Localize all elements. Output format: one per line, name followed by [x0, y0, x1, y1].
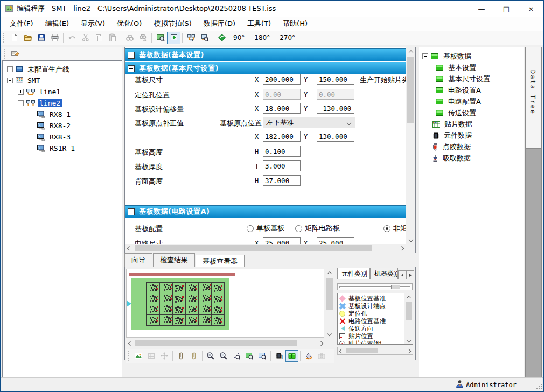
menu-database[interactable]: 数据库(D) [198, 17, 241, 30]
fit-view-button[interactable] [256, 350, 269, 362]
board-pair-view-button[interactable] [285, 350, 298, 362]
tab-board-viewer[interactable]: 基板查看器 [196, 255, 245, 267]
menu-help[interactable]: 帮助(H) [277, 17, 313, 30]
section-header-basic[interactable]: 基板数据(基本设置) [125, 48, 406, 61]
scrollbar-thumb[interactable] [135, 245, 372, 251]
zoom-out-button[interactable] [217, 350, 230, 362]
collapse-toggle[interactable] [7, 78, 13, 83]
back-height-input[interactable] [263, 175, 301, 186]
tree-item-basic-settings[interactable]: 基本设置 [419, 62, 524, 73]
tab-component-category[interactable]: 元件类别 [337, 268, 370, 279]
find-next-button[interactable] [136, 32, 150, 44]
viewer-horizontal-scrollbar[interactable] [126, 339, 325, 347]
copy-button[interactable] [92, 32, 106, 44]
tree-item-basic-size-settings[interactable]: 基本尺寸设置 [419, 73, 524, 85]
radio-single-board[interactable]: 单板基板 [247, 223, 284, 233]
scroll-left-button[interactable] [338, 347, 345, 354]
legend-vertical-scrollbar[interactable] [404, 293, 413, 344]
tree-item-rs1r-1[interactable]: RS1R-1 [3, 143, 122, 154]
toolbar-grip[interactable] [128, 351, 130, 361]
board-size-y-input[interactable] [317, 74, 354, 85]
find-button[interactable] [123, 32, 136, 44]
scroll-up-button[interactable] [325, 269, 334, 277]
tree-item-rx8-2[interactable]: RX8-2 [3, 120, 122, 131]
slider-thumb[interactable] [391, 285, 400, 289]
scroll-right-button[interactable] [405, 347, 413, 354]
tree-item-smt[interactable]: SMT [3, 75, 122, 86]
expand-toggle[interactable] [7, 66, 13, 72]
properties-button[interactable] [8, 47, 22, 60]
collapse-toggle[interactable] [18, 100, 24, 106]
expand-toggle[interactable] [18, 89, 24, 95]
legend-horizontal-scrollbar[interactable] [337, 347, 413, 355]
scroll-up-button[interactable] [404, 293, 413, 301]
circuit-size-x-input[interactable] [263, 237, 301, 244]
legend-item-placement-position[interactable]: 贴片位置 [338, 332, 404, 340]
board-import-button[interactable] [167, 32, 180, 44]
scroll-left-button[interactable] [126, 339, 134, 347]
circuit-size-y-input[interactable] [317, 237, 354, 244]
menu-tools[interactable]: 工具(T) [241, 17, 277, 30]
tree-item-unassigned-line[interactable]: 未配置生产线 [3, 64, 122, 75]
origin-y-input[interactable] [317, 131, 354, 142]
scrollbar-thumb[interactable] [346, 348, 378, 353]
legend-item-transport-direction[interactable]: 传送方向 [338, 325, 404, 332]
scrollbar-thumb[interactable] [135, 340, 297, 346]
collapse-toggle[interactable] [422, 53, 428, 59]
section-header-size[interactable]: 基板数据(基本尺寸设置) [125, 62, 406, 74]
scroll-right-button[interactable] [317, 339, 325, 347]
scroll-up-button[interactable] [406, 47, 415, 56]
design-offset-x-input[interactable] [263, 103, 301, 114]
tree-item-line1[interactable]: line1 [3, 86, 122, 97]
viewer-vertical-scrollbar[interactable] [325, 269, 334, 338]
maximize-button[interactable]: □ [494, 1, 519, 17]
board-height-input[interactable] [263, 146, 301, 157]
board-thickness-input[interactable] [263, 160, 301, 171]
scroll-down-button[interactable] [404, 337, 413, 344]
board-viewer-canvas[interactable] [126, 269, 324, 338]
radio-matrix-board[interactable]: 矩阵电路板 [295, 223, 340, 233]
toolbar-grip[interactable] [4, 49, 6, 59]
legend-item-locating-hole[interactable]: 定位孔 [338, 310, 404, 317]
collapse-section-icon[interactable] [128, 208, 135, 215]
menu-file[interactable]: 文件(F) [4, 17, 39, 30]
settings-vertical-scrollbar[interactable] [406, 47, 415, 244]
tree-item-transfer-settings[interactable]: 传送设置 [419, 107, 524, 118]
new-file-button[interactable] [8, 32, 21, 44]
image-view-button[interactable] [132, 350, 145, 362]
board-preview-button[interactable] [154, 32, 167, 44]
tree-item-component-data[interactable]: 元件数据 [419, 130, 524, 141]
legend-item-circuit-fiducial[interactable]: 电路位置基准 [338, 317, 404, 325]
tab-scroll-right-button[interactable] [406, 270, 414, 279]
menu-view[interactable]: 显示(V) [75, 17, 111, 30]
print-button[interactable] [48, 32, 61, 44]
tree-item-line2[interactable]: line2 [3, 97, 122, 109]
scroll-right-button[interactable] [397, 244, 406, 253]
collapse-section-icon[interactable] [128, 65, 135, 72]
component-info-button[interactable]: i [273, 350, 285, 362]
fit-board-button[interactable] [243, 350, 256, 362]
paste-button[interactable] [106, 32, 119, 44]
scrollbar-thumb[interactable] [326, 278, 333, 310]
legend-item-board-fiducial[interactable]: 基板位置基准 [338, 295, 404, 302]
line-optimize-button[interactable] [184, 32, 198, 44]
resize-grip[interactable] [535, 382, 542, 389]
refresh-colors-button[interactable] [302, 350, 315, 362]
tree-item-rx8-1[interactable]: RX8-1 [3, 109, 122, 120]
rotate-180-button[interactable]: 180° [249, 33, 275, 43]
rotate-90-button[interactable]: 90° [228, 33, 249, 43]
menu-simulate[interactable]: 模拟节拍(S) [148, 17, 197, 30]
design-offset-y-input[interactable] [317, 103, 354, 114]
tree-item-circuit-config-a[interactable]: 电路配置A [419, 96, 524, 107]
toolbar-grip[interactable] [3, 33, 6, 43]
tree-item-rx8-3[interactable]: RX8-3 [3, 131, 122, 143]
board-size-x-input[interactable] [263, 74, 301, 85]
tree-item-dispense-data[interactable]: 点胶数据 [419, 141, 524, 152]
scroll-left-button[interactable] [125, 244, 134, 253]
minimize-button[interactable]: — [469, 1, 494, 17]
tree-item-circuit-settings-a[interactable]: 电路设置A [419, 85, 524, 96]
settings-horizontal-scrollbar[interactable] [125, 244, 406, 253]
tree-item-placement-data[interactable]: 贴片数据 [419, 118, 524, 130]
data-tree-side-tab[interactable]: Data Tree [526, 47, 541, 149]
undo-button[interactable] [65, 32, 79, 44]
